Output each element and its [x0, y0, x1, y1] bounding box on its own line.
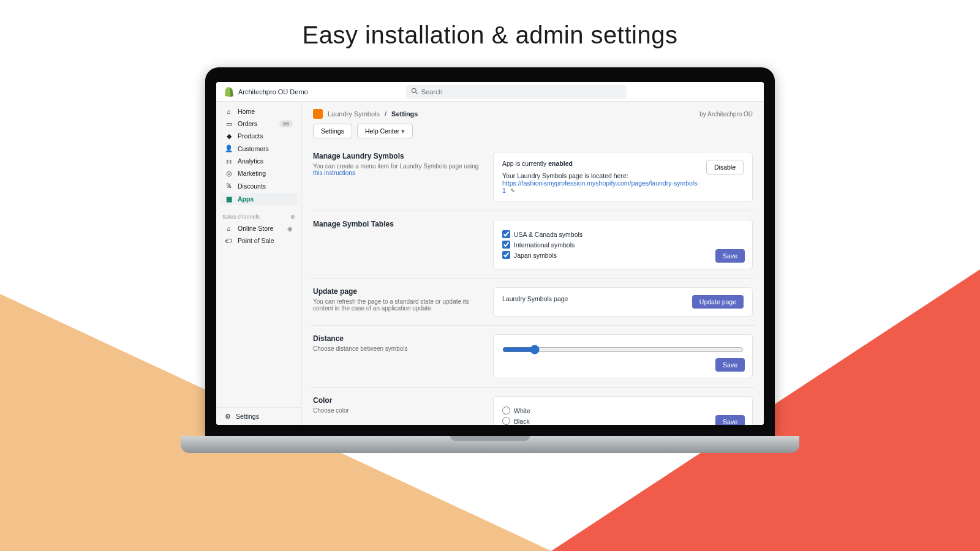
symbols-page-link[interactable]: https://fashionismyprofession.myshopify.… [502, 179, 699, 194]
page-location-label: Your Laundry Symbols page is located her… [502, 172, 700, 179]
topbar: Architechpro OÜ Demo Search [216, 82, 764, 102]
apps-icon: ▦ [225, 195, 233, 203]
shopify-logo-icon [225, 87, 233, 97]
page-toolbar: Settings Help Center [311, 124, 755, 143]
checkbox-japan[interactable]: Japan symbols [502, 251, 744, 259]
app-status-text: App is currently enabled [502, 160, 700, 167]
sidebar-item-label: Apps [238, 195, 254, 203]
sidebar-item-label: Marketing [238, 170, 266, 177]
crumb-page: Settings [391, 110, 418, 118]
section-title: Manage Symbol Tables [313, 220, 484, 228]
sidebar-item-settings[interactable]: ⚙ Settings [216, 407, 301, 425]
checkbox-label: USA & Canada symbols [514, 231, 582, 238]
search-input[interactable]: Search [406, 85, 627, 99]
status-card: App is currently enabled Your Laundry Sy… [493, 152, 753, 202]
sidebar-item-online-store[interactable]: ⌂ Online Store ◉ [220, 222, 298, 234]
radio-white[interactable]: White [502, 407, 744, 414]
sidebar-item-label: Orders [238, 120, 257, 127]
sidebar-item-marketing[interactable]: ◎ Marketing [220, 167, 298, 179]
section-description: You can refresh the page to a standard s… [313, 298, 484, 312]
orders-badge: 66 [279, 120, 293, 127]
search-placeholder: Search [421, 88, 443, 96]
sidebar-item-discounts[interactable]: ％ Discounts [220, 179, 298, 193]
sidebar-item-products[interactable]: ◆ Products [220, 130, 298, 142]
sidebar-item-label: Home [238, 108, 255, 115]
crumb-app[interactable]: Laundry Symbols [328, 110, 380, 118]
customers-icon: 👤 [225, 144, 233, 152]
checkbox-input[interactable] [502, 241, 510, 249]
sidebar-item-orders[interactable]: ▭ Orders 66 [220, 118, 298, 130]
disable-button[interactable]: Disable [706, 160, 744, 174]
online-store-icon: ⌂ [225, 225, 233, 232]
svg-line-1 [415, 92, 417, 94]
main-content: Laundry Symbols / Settings by Architechp… [302, 102, 764, 425]
sidebar-item-label: Products [238, 132, 263, 140]
sidebar-item-apps[interactable]: ▦ Apps [220, 193, 298, 205]
pos-icon: 🏷 [225, 237, 233, 244]
save-tables-button[interactable]: Save [715, 249, 745, 263]
radio-input[interactable] [502, 407, 510, 414]
orders-icon: ▭ [225, 120, 233, 127]
checkbox-input[interactable] [502, 251, 510, 259]
sidebar-item-label: Discounts [238, 182, 266, 190]
marketing-icon: ◎ [225, 170, 233, 177]
search-icon [411, 88, 418, 96]
update-card: Laundry Symbols page Update page [493, 287, 753, 317]
app-icon [313, 109, 323, 119]
sidebar-item-analytics[interactable]: ⫾⫾ Analytics [220, 155, 298, 167]
sidebar-item-label: Settings [236, 413, 259, 420]
add-channel-icon[interactable]: ⊕ [290, 214, 295, 220]
radio-black[interactable]: Black [502, 417, 744, 425]
distance-card: Save [493, 334, 753, 378]
color-card: White Black Save [493, 396, 753, 425]
analytics-icon: ⫾⫾ [225, 157, 233, 165]
laptop-base [181, 436, 799, 453]
laptop-mockup: Architechpro OÜ Demo Search ⌂ Home [205, 67, 775, 462]
update-page-button[interactable]: Update page [692, 295, 744, 309]
checkbox-input[interactable] [502, 230, 510, 238]
home-icon: ⌂ [225, 108, 233, 115]
instructions-link[interactable]: this instructions [313, 170, 355, 176]
radio-input[interactable] [502, 417, 510, 425]
tables-card: USA & Canada symbols International symbo… [493, 220, 753, 269]
sidebar-item-label: Analytics [238, 157, 263, 165]
section-symbol-tables: Manage Symbol Tables USA & Canada symbol… [311, 211, 755, 279]
section-update-page: Update page You can refresh the page to … [311, 279, 755, 326]
app-author: by Architechpro OÜ [699, 111, 753, 118]
products-icon: ◆ [225, 132, 233, 140]
sidebar: ⌂ Home ▭ Orders 66 ◆ Products [216, 102, 302, 425]
section-description: You can create a menu item for Laundry S… [313, 163, 484, 176]
sales-channels-heading: Sales channels ⊕ [216, 209, 301, 222]
hero-title: Easy installation & admin settings [0, 0, 980, 67]
discounts-icon: ％ [225, 182, 233, 190]
section-distance: Distance Choose distance between symbols… [311, 326, 755, 388]
checkbox-usa-canada[interactable]: USA & Canada symbols [502, 230, 744, 238]
checkbox-international[interactable]: International symbols [502, 241, 744, 249]
section-title: Distance [313, 334, 484, 343]
sidebar-item-pos[interactable]: 🏷 Point of Sale [220, 234, 298, 247]
section-color: Color Choose color White Black [311, 388, 755, 425]
distance-slider[interactable] [502, 345, 744, 354]
sidebar-item-label: Online Store [238, 225, 273, 232]
section-title: Update page [313, 287, 484, 296]
sidebar-item-customers[interactable]: 👤 Customers [220, 142, 298, 155]
gear-icon: ⚙ [225, 413, 231, 420]
save-distance-button[interactable]: Save [715, 358, 745, 372]
settings-button[interactable]: Settings [313, 124, 352, 138]
breadcrumb: Laundry Symbols / Settings [313, 109, 418, 119]
radio-label: Black [514, 418, 530, 425]
preview-icon[interactable]: ◉ [287, 225, 293, 232]
sidebar-item-label: Customers [238, 145, 269, 152]
help-center-dropdown[interactable]: Help Center [357, 124, 413, 138]
svg-point-0 [412, 88, 416, 92]
section-manage-symbols: Manage Laundry Symbols You can create a … [311, 143, 755, 211]
section-title: Color [313, 396, 484, 405]
save-color-button[interactable]: Save [715, 415, 745, 425]
section-title: Manage Laundry Symbols [313, 152, 484, 160]
edit-url-icon[interactable]: ✎ [510, 187, 515, 194]
sidebar-item-home[interactable]: ⌂ Home [220, 105, 298, 118]
store-brand[interactable]: Architechpro OÜ Demo [225, 87, 308, 97]
section-description: Choose distance between symbols [313, 345, 484, 352]
section-description: Choose color [313, 407, 484, 414]
checkbox-label: Japan symbols [514, 252, 557, 259]
